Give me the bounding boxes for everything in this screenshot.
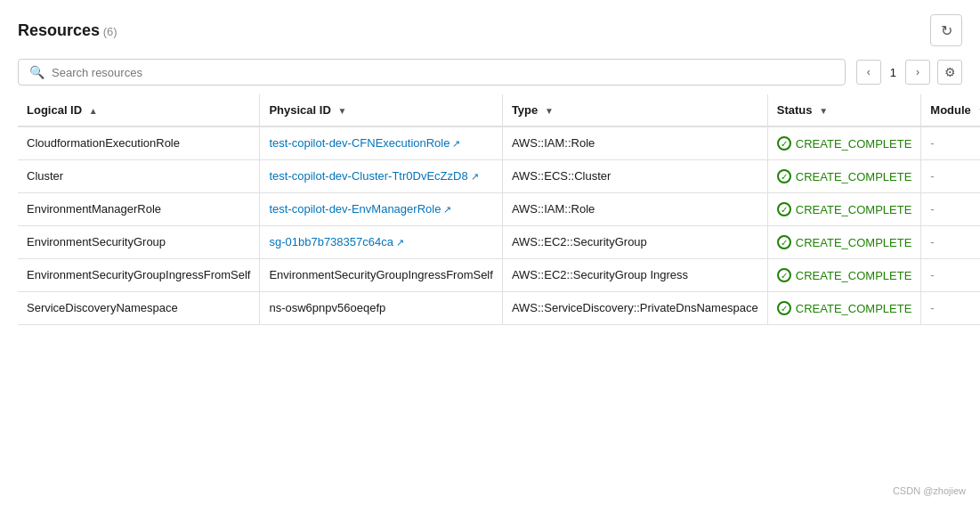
search-bar-container: 🔍 (18, 59, 846, 86)
cell-module: - (921, 292, 980, 325)
cell-type: AWS::EC2::SecurityGroup Ingress (502, 259, 767, 292)
cell-physical-id[interactable]: sg-01bb7b738357c64ca ↗ (260, 226, 502, 259)
search-icon: 🔍 (29, 65, 45, 79)
cell-module: - (921, 193, 980, 226)
next-page-button[interactable]: › (905, 60, 930, 85)
status-icon: ✓ (777, 301, 791, 315)
status-text: CREATE_COMPLETE (796, 269, 912, 282)
resources-panel: Resources (6) ↻ 🔍 ‹ 1 › ⚙ Logical ID ▲ (0, 0, 980, 505)
pagination: ‹ 1 › (856, 60, 930, 85)
cell-physical-id[interactable]: test-copilot-dev-CFNExecutionRole ↗ (260, 126, 502, 160)
cell-type: AWS::IAM::Role (502, 126, 767, 160)
cell-status: ✓CREATE_COMPLETE (767, 292, 921, 325)
cell-physical-id[interactable]: test-copilot-dev-Cluster-Ttr0DvEcZzD8 ↗ (260, 160, 502, 193)
cell-status: ✓CREATE_COMPLETE (767, 259, 921, 292)
status-text: CREATE_COMPLETE (796, 203, 912, 216)
status-text: CREATE_COMPLETE (796, 302, 912, 315)
cell-logical-id: ServiceDiscoveryNamespace (18, 292, 260, 325)
sort-desc-icon: ▼ (545, 106, 554, 116)
cell-physical-id: EnvironmentSecurityGroupIngressFromSelf (260, 259, 502, 292)
cell-physical-id: ns-osw6pnpv56oeqefp (260, 292, 502, 325)
status-text: CREATE_COMPLETE (796, 236, 912, 249)
column-settings-button[interactable]: ⚙ (937, 60, 962, 85)
cell-type: AWS::EC2::SecurityGroup (502, 226, 767, 259)
col-header-logical-id[interactable]: Logical ID ▲ (18, 94, 260, 126)
toolbar-right: ‹ 1 › ⚙ (856, 60, 962, 85)
cell-status: ✓CREATE_COMPLETE (767, 160, 921, 193)
cell-type: AWS::ServiceDiscovery::PrivateDnsNamespa… (502, 292, 767, 325)
panel-title: Resources (6) (18, 21, 117, 40)
status-icon: ✓ (777, 169, 791, 183)
external-link-icon: ↗ (452, 138, 460, 150)
cell-module: - (921, 160, 980, 193)
cell-module: - (921, 259, 980, 292)
panel-header: Resources (6) ↻ (18, 14, 962, 46)
cell-status: ✓CREATE_COMPLETE (767, 193, 921, 226)
external-link-icon: ↗ (443, 204, 451, 216)
table-row: EnvironmentManagerRoletest-copilot-dev-E… (18, 193, 980, 226)
sort-asc-icon: ▲ (89, 106, 98, 116)
cell-logical-id: EnvironmentManagerRole (18, 193, 260, 226)
cell-logical-id: Cluster (18, 160, 260, 193)
cell-status: ✓CREATE_COMPLETE (767, 126, 921, 160)
prev-page-button[interactable]: ‹ (856, 60, 881, 85)
status-text: CREATE_COMPLETE (796, 137, 912, 151)
cell-logical-id: EnvironmentSecurityGroup (18, 226, 260, 259)
table-row: EnvironmentSecurityGroupsg-01bb7b738357c… (18, 226, 980, 259)
physical-id-link[interactable]: test-copilot-dev-Cluster-Ttr0DvEcZzD8 ↗ (269, 169, 478, 183)
status-text: CREATE_COMPLETE (796, 170, 912, 183)
cell-logical-id: CloudformationExecutionRole (18, 126, 260, 160)
cell-status: ✓CREATE_COMPLETE (767, 226, 921, 259)
table-row: ServiceDiscoveryNamespacens-osw6pnpv56oe… (18, 292, 980, 325)
status-icon: ✓ (777, 136, 791, 151)
sort-desc-icon: ▼ (819, 106, 828, 116)
page-number: 1 (887, 66, 900, 79)
external-link-icon: ↗ (396, 237, 404, 248)
external-link-icon: ↗ (471, 171, 479, 183)
col-header-physical-id[interactable]: Physical ID ▼ (260, 94, 502, 126)
cell-type: AWS::IAM::Role (502, 193, 767, 226)
cell-type: AWS::ECS::Cluster (502, 160, 767, 193)
sort-desc-icon: ▼ (337, 106, 346, 116)
table-row: Clustertest-copilot-dev-Cluster-Ttr0DvEc… (18, 160, 980, 193)
physical-id-link[interactable]: test-copilot-dev-CFNExecutionRole ↗ (269, 136, 460, 150)
col-header-module[interactable]: Module ▼ (921, 94, 980, 126)
table-header-row: Logical ID ▲ Physical ID ▼ Type ▼ Status… (18, 94, 980, 126)
physical-id-link[interactable]: sg-01bb7b738357c64ca ↗ (269, 235, 404, 248)
search-toolbar: 🔍 ‹ 1 › ⚙ (18, 59, 962, 86)
refresh-button[interactable]: ↻ (930, 14, 962, 46)
col-header-type[interactable]: Type ▼ (502, 94, 767, 126)
cell-module: - (921, 226, 980, 259)
cell-physical-id[interactable]: test-copilot-dev-EnvManagerRole ↗ (260, 193, 502, 226)
cell-logical-id: EnvironmentSecurityGroupIngressFromSelf (18, 259, 260, 292)
resources-table: Logical ID ▲ Physical ID ▼ Type ▼ Status… (18, 94, 980, 325)
table-row: CloudformationExecutionRoletest-copilot-… (18, 126, 980, 160)
search-input[interactable] (52, 66, 834, 79)
cell-module: - (921, 126, 980, 160)
table-row: EnvironmentSecurityGroupIngressFromSelfE… (18, 259, 980, 292)
watermark: CSDN @zhojiew (893, 485, 966, 496)
col-header-status[interactable]: Status ▼ (767, 94, 921, 126)
status-icon: ✓ (777, 202, 791, 216)
physical-id-link[interactable]: test-copilot-dev-EnvManagerRole ↗ (269, 202, 451, 216)
status-icon: ✓ (777, 235, 791, 249)
status-icon: ✓ (777, 268, 791, 282)
